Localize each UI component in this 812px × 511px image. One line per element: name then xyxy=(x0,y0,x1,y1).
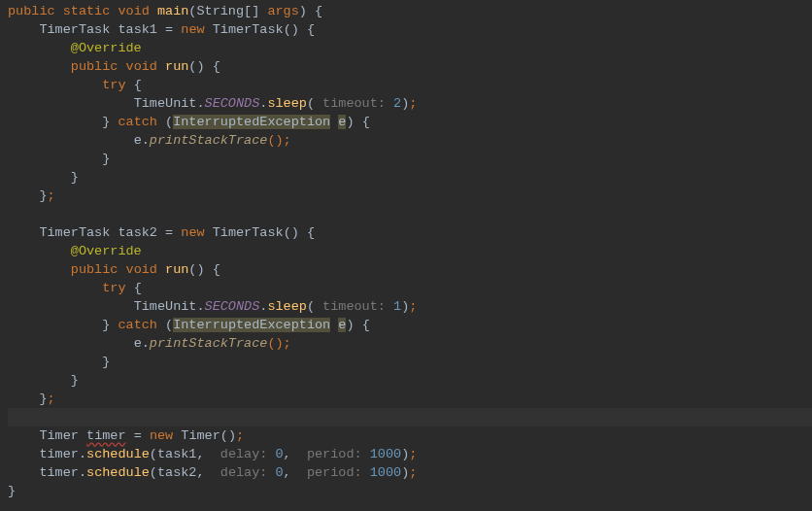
method-main: main xyxy=(157,4,188,18)
literal-0: 0 xyxy=(276,447,284,461)
line-10: } xyxy=(8,170,79,185)
line-11: }; xyxy=(8,188,55,203)
paren: ( xyxy=(307,96,315,111)
keyword-new: new xyxy=(150,428,173,443)
line-21: }; xyxy=(8,392,55,406)
method-printstacktrace: printStackTrace xyxy=(150,336,268,351)
comma: , xyxy=(284,447,291,461)
comma: , xyxy=(196,447,204,461)
paren: ( xyxy=(220,428,228,443)
type-string: String xyxy=(196,4,244,18)
brace: } xyxy=(102,115,110,129)
semicolon: ; xyxy=(48,392,55,406)
var-timer: timer xyxy=(86,428,126,443)
keyword-static: static xyxy=(63,4,111,18)
line-24: timer.schedule(task2, delay: 0, period: … xyxy=(8,465,417,480)
method-printstacktrace: printStackTrace xyxy=(150,133,268,148)
line-4: public void run() { xyxy=(8,59,220,74)
paren: ) xyxy=(346,115,354,129)
literal-1000: 1000 xyxy=(370,447,401,461)
comma: , xyxy=(284,465,291,480)
annotation-override: @Override xyxy=(71,244,142,258)
paren: ) xyxy=(196,59,204,74)
brace: { xyxy=(315,4,322,18)
keyword-public: public xyxy=(8,4,55,18)
literal-2: 2 xyxy=(393,96,401,111)
line-16: TimeUnit.SECONDS.sleep( timeout: 1); xyxy=(8,299,417,314)
line-7: } catch (InterruptedException e) { xyxy=(8,115,370,129)
var-task2: task2 xyxy=(118,225,157,240)
dot: . xyxy=(142,336,150,351)
keyword-void: void xyxy=(118,4,149,18)
method-sleep: sleep xyxy=(267,299,307,314)
type-timertask: TimerTask xyxy=(39,225,110,240)
line-12: TimerTask task2 = new TimerTask() { xyxy=(8,225,315,240)
param-hint-delay: delay: xyxy=(220,465,268,480)
type-interruptedexception: InterruptedException xyxy=(173,115,330,129)
type-timertask: TimerTask xyxy=(213,22,284,37)
var-timer: timer xyxy=(39,447,79,461)
line-15: try { xyxy=(8,281,142,295)
dot: . xyxy=(142,133,150,148)
semicolon: ; xyxy=(284,336,291,351)
paren: ( xyxy=(150,447,157,461)
type-interruptedexception: InterruptedException xyxy=(173,318,330,332)
keyword-try: try xyxy=(102,281,125,295)
dot: . xyxy=(196,96,204,111)
line-14: public void run() { xyxy=(8,262,220,277)
literal-1: 1 xyxy=(393,299,401,314)
semicolon: ; xyxy=(409,299,417,314)
type-timertask: TimerTask xyxy=(213,225,284,240)
semicolon: ; xyxy=(236,428,244,443)
keyword-try: try xyxy=(102,78,125,92)
comma: , xyxy=(196,465,204,480)
paren: ) xyxy=(275,133,283,148)
brace: { xyxy=(213,262,220,277)
line-9: } xyxy=(8,152,110,166)
type-timer: Timer xyxy=(181,428,220,443)
method-run: run xyxy=(165,262,188,277)
line-25: } xyxy=(8,484,16,498)
param-hint-period: period: xyxy=(307,465,362,480)
keyword-catch: catch xyxy=(118,318,157,332)
var-task2: task2 xyxy=(157,465,197,480)
dot: . xyxy=(196,299,204,314)
code-editor[interactable]: public static void main(String[] args) {… xyxy=(8,2,812,500)
line-blank-highlighted xyxy=(8,408,812,426)
paren: ) xyxy=(291,22,299,37)
keyword-catch: catch xyxy=(118,115,157,129)
op-eq: = xyxy=(134,428,142,443)
paren: ) xyxy=(291,225,299,240)
paren: ( xyxy=(150,465,157,480)
line-8: e.printStackTrace(); xyxy=(8,133,291,148)
op-eq: = xyxy=(165,225,173,240)
var-e: e xyxy=(134,133,142,148)
bracket: [ xyxy=(244,4,252,18)
method-run: run xyxy=(165,59,188,74)
line-3: @Override xyxy=(8,41,142,55)
field-seconds: SECONDS xyxy=(205,96,260,111)
paren: ( xyxy=(284,22,291,37)
line-6: TimeUnit.SECONDS.sleep( timeout: 2); xyxy=(8,96,417,111)
keyword-public: public xyxy=(71,59,118,74)
semicolon: ; xyxy=(284,133,291,148)
paren: ( xyxy=(284,225,291,240)
keyword-void: void xyxy=(126,59,157,74)
paren: ) xyxy=(228,428,236,443)
brace: } xyxy=(39,188,47,203)
method-schedule: schedule xyxy=(86,465,150,480)
paren: ) xyxy=(346,318,354,332)
line-20: } xyxy=(8,373,79,388)
literal-1000: 1000 xyxy=(370,465,401,480)
method-schedule: schedule xyxy=(86,447,150,461)
param-args: args xyxy=(267,4,298,18)
dot: . xyxy=(79,447,86,461)
keyword-public: public xyxy=(71,262,118,277)
brace: { xyxy=(134,78,142,92)
brace: { xyxy=(307,22,315,37)
var-timer: timer xyxy=(39,465,79,480)
type-timer: Timer xyxy=(39,428,79,443)
var-e: e xyxy=(134,336,142,351)
param-hint-timeout: timeout: xyxy=(322,299,386,314)
literal-0: 0 xyxy=(276,465,284,480)
